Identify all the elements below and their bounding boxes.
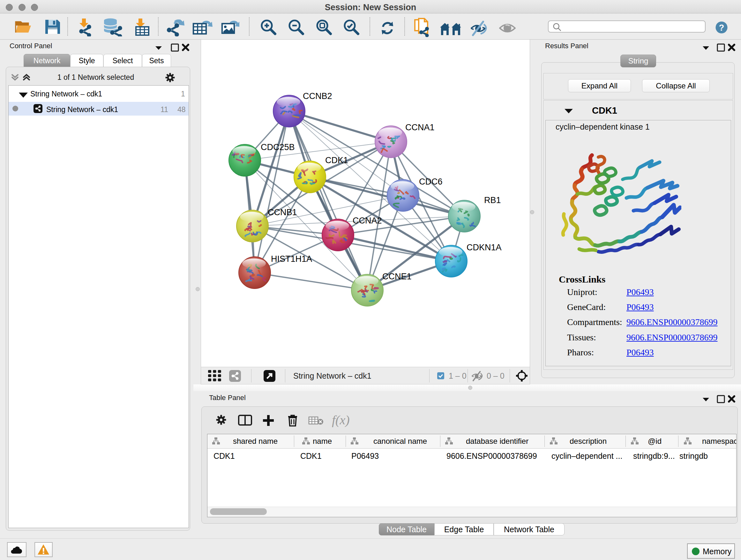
svg-text:CDK1: CDK1 (325, 155, 348, 165)
svg-text:CCNB2: CCNB2 (303, 91, 332, 101)
svg-text:CCNE1: CCNE1 (382, 272, 412, 281)
svg-text:CDC6: CDC6 (419, 177, 443, 186)
svg-text:CCNA2: CCNA2 (353, 216, 382, 226)
svg-text:HIST1H1A: HIST1H1A (271, 254, 312, 264)
svg-text:?: ? (719, 23, 724, 33)
svg-text:CDC25B: CDC25B (261, 142, 295, 152)
svg-text:CDKN1A: CDKN1A (467, 243, 502, 252)
svg-text:CCNA1: CCNA1 (405, 123, 434, 132)
svg-text:RB1: RB1 (484, 195, 501, 205)
svg-text:CCNB1: CCNB1 (268, 207, 297, 217)
